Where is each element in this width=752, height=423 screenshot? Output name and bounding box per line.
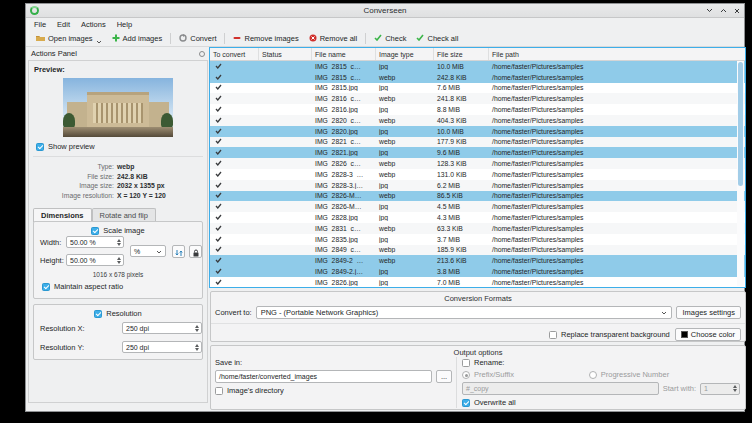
choose-color-button[interactable]: Choose color: [675, 328, 741, 341]
row-checkbox[interactable]: [210, 74, 259, 81]
table-row[interactable]: IMG_2831_c…webp63.3 KiB/home/faster/Pict…: [210, 223, 745, 234]
table-row[interactable]: IMG_2849_c…webp185.9 KiB/home/faster/Pic…: [210, 245, 745, 256]
menu-file[interactable]: File: [34, 20, 46, 29]
table-row[interactable]: IMG_2849-2_…webp213.6 KiB/home/faster/Pi…: [210, 255, 745, 266]
overwrite-all-checkbox[interactable]: Overwrite all: [462, 398, 740, 407]
prefix-suffix-radio[interactable]: [462, 371, 470, 379]
row-checkbox[interactable]: [210, 63, 259, 70]
spin-arrows-icon[interactable]: [115, 257, 123, 264]
scrollbar-handle[interactable]: [738, 62, 743, 186]
maintain-aspect-checkbox[interactable]: Maintain aspect ratio: [42, 282, 123, 291]
table-row[interactable]: IMG_2849-2.j…jpg3.8 MiB/home/faster/Pict…: [210, 266, 745, 277]
table-row[interactable]: IMG_2815_c…jpg10.0 MiB/home/faster/Pictu…: [210, 61, 745, 72]
remove-all-button[interactable]: Remove all: [304, 32, 363, 46]
row-checkbox[interactable]: [210, 236, 259, 243]
table-row[interactable]: IMG_2821.jpgjpg9.6 MiB/home/faster/Pictu…: [210, 147, 745, 158]
lock-aspect-button[interactable]: [189, 245, 202, 258]
table-row[interactable]: IMG_2828.jpgjpg4.3 MiB/home/faster/Pictu…: [210, 212, 745, 223]
row-checkbox[interactable]: [210, 160, 259, 167]
progressive-number-radio[interactable]: [589, 371, 597, 379]
save-path-input[interactable]: /home/faster/converted_images: [215, 370, 432, 383]
row-checkbox[interactable]: [210, 149, 259, 156]
resolution-checkbox[interactable]: Resolution: [94, 309, 141, 318]
spin-arrows-icon[interactable]: [193, 325, 201, 332]
width-spinbox[interactable]: 50.00 %: [66, 236, 124, 248]
table-row[interactable]: IMG_2835.jpgjpg3.7 MiB/home/faster/Pictu…: [210, 234, 745, 245]
table-row[interactable]: IMG_2828-3_…webp131.0 KiB/home/faster/Pi…: [210, 169, 745, 180]
spin-arrows-icon[interactable]: [731, 385, 739, 392]
show-preview-checkbox[interactable]: Show preview: [29, 137, 207, 151]
start-with-spinbox[interactable]: 1: [700, 383, 740, 395]
header-to-convert[interactable]: To convert: [210, 48, 259, 60]
row-checkbox[interactable]: [210, 246, 259, 253]
table-row[interactable]: IMG_2815_c…webp242.8 KiB/home/faster/Pic…: [210, 72, 745, 83]
vertical-scrollbar[interactable]: [737, 61, 744, 286]
row-checkbox[interactable]: [210, 182, 259, 189]
row-checkbox[interactable]: [210, 171, 259, 178]
browse-button[interactable]: ...: [436, 370, 452, 383]
table-row[interactable]: IMG_2826.jpgjpg7.0 MiB/home/faster/Pictu…: [210, 277, 745, 287]
swap-dimensions-button[interactable]: [172, 245, 185, 258]
header-file-name[interactable]: File name: [312, 48, 376, 60]
images-settings-button[interactable]: Images settings: [676, 306, 741, 319]
header-status[interactable]: Status: [259, 48, 312, 60]
spin-arrows-icon[interactable]: [193, 344, 201, 351]
tab-dimensions[interactable]: Dimensions: [33, 208, 92, 222]
row-checkbox[interactable]: [210, 95, 259, 102]
header-image-type[interactable]: Image type: [376, 48, 434, 60]
replace-background-checkbox[interactable]: Replace transparent background: [549, 330, 670, 339]
rename-checkbox[interactable]: Rename:: [462, 358, 740, 367]
row-checkbox[interactable]: [210, 214, 259, 221]
header-file-path[interactable]: File path: [489, 48, 745, 60]
resolution-y-spinbox[interactable]: 250 dpi: [122, 341, 202, 353]
spin-arrows-icon[interactable]: [115, 239, 123, 246]
menu-edit[interactable]: Edit: [57, 20, 70, 29]
row-checkbox[interactable]: [210, 117, 259, 124]
title-bar[interactable]: Converseen: [26, 4, 744, 18]
row-file-path: /home/faster/Pictures/samples: [489, 225, 745, 232]
convert-button[interactable]: Convert: [174, 32, 221, 46]
remove-images-button[interactable]: Remove images: [228, 32, 303, 46]
row-checkbox[interactable]: [210, 279, 259, 286]
minimize-icon[interactable]: [706, 8, 713, 13]
menu-actions[interactable]: Actions: [81, 20, 106, 29]
format-combo[interactable]: PNG - (Portable Network Graphics): [256, 306, 673, 319]
row-checkbox[interactable]: [210, 268, 259, 275]
table-row[interactable]: IMG_2826_c…webp128.3 KiB/home/faster/Pic…: [210, 158, 745, 169]
resolution-x-spinbox[interactable]: 250 dpi: [122, 322, 202, 334]
tab-rotate-and-flip[interactable]: Rotate and flip: [92, 208, 156, 222]
row-checkbox[interactable]: [210, 84, 259, 91]
menu-help[interactable]: Help: [117, 20, 132, 29]
height-spinbox[interactable]: 50.00 %: [66, 254, 124, 266]
row-checkbox[interactable]: [210, 192, 259, 199]
table-row[interactable]: IMG_2820.jpgjpg10.0 MiB/home/faster/Pict…: [210, 126, 745, 137]
close-icon[interactable]: [734, 8, 740, 14]
table-row[interactable]: IMG_2826-M…webp86.5 KiB/home/faster/Pict…: [210, 191, 745, 202]
table-row[interactable]: IMG_2816_c…webp241.8 KiB/home/faster/Pic…: [210, 93, 745, 104]
unit-combo[interactable]: %: [130, 245, 166, 257]
header-file-size[interactable]: File size: [434, 48, 489, 60]
images-directory-checkbox[interactable]: Image's directory: [215, 386, 452, 395]
dock-float-icon[interactable]: [199, 51, 205, 57]
table-row[interactable]: IMG_2828-3.j…jpg6.2 MiB/home/faster/Pict…: [210, 180, 745, 191]
check-button[interactable]: Check: [369, 32, 411, 46]
table-row[interactable]: IMG_2820_c…webp404.3 KiB/home/faster/Pic…: [210, 115, 745, 126]
table-row[interactable]: IMG_2821_c…webp177.9 KiB/home/faster/Pic…: [210, 137, 745, 148]
maximize-icon[interactable]: [720, 8, 727, 13]
check-all-button[interactable]: Check all: [411, 32, 463, 46]
table-row[interactable]: IMG_2816.jpgjpg8.8 MiB/home/faster/Pictu…: [210, 104, 745, 115]
add-images-button[interactable]: Add images: [107, 32, 168, 46]
row-checkbox[interactable]: [210, 128, 259, 135]
table-row[interactable]: IMG_2826-M…jpg4.5 MiB/home/faster/Pictur…: [210, 201, 745, 212]
row-checkbox[interactable]: [210, 257, 259, 264]
row-checkbox[interactable]: [210, 106, 259, 113]
table-row[interactable]: IMG_2815.jpgjpg7.6 MiB/home/faster/Pictu…: [210, 83, 745, 94]
rename-pattern-input[interactable]: #_copy: [462, 382, 659, 395]
open-images-button[interactable]: Open images: [31, 32, 107, 46]
unit-value: %: [134, 248, 140, 255]
start-with-label: Start with:: [663, 384, 696, 393]
row-checkbox[interactable]: [210, 138, 259, 145]
row-checkbox[interactable]: [210, 225, 259, 232]
scale-image-checkbox[interactable]: Scale image: [91, 226, 144, 235]
row-checkbox[interactable]: [210, 203, 259, 210]
